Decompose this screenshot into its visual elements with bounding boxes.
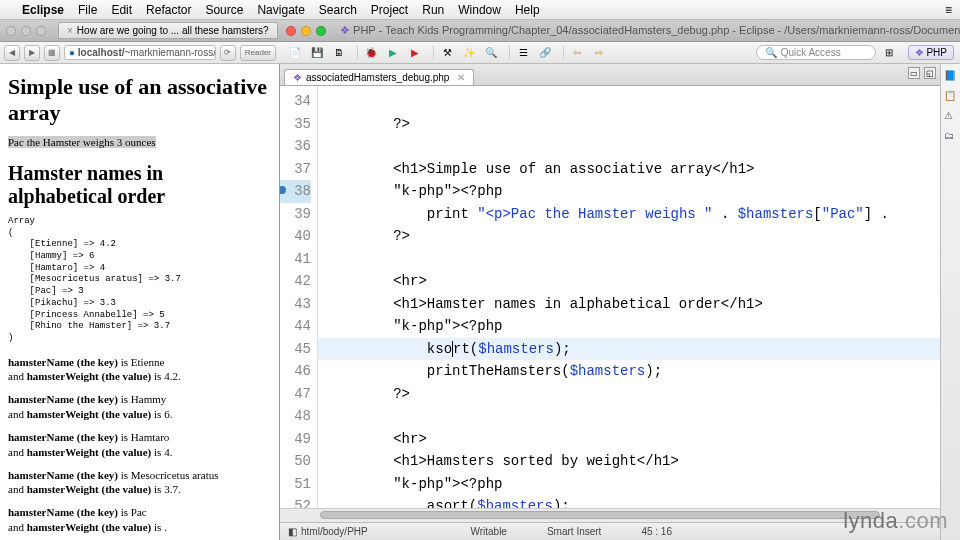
traffic-close-icon[interactable] — [286, 26, 296, 36]
breadcrumb[interactable]: ◧ html/body/PHP — [288, 526, 368, 537]
save-icon[interactable]: 💾 — [308, 44, 326, 62]
code-line[interactable]: printTheHamsters($hamsters); — [326, 360, 940, 383]
editor-tab-label: associatedHamsters_debug.php — [306, 72, 449, 83]
editor-tabs: ❖ associatedHamsters_debug.php ✕ ▭ ◱ — [280, 64, 940, 86]
open-perspective-icon[interactable]: ⊞ — [880, 44, 898, 62]
menu-help[interactable]: Help — [515, 3, 540, 17]
tab-close-icon[interactable]: ✕ — [457, 72, 465, 83]
code-line[interactable]: print "<p>Pac the Hamster weighs " . $ha… — [326, 203, 940, 226]
tasks-view-icon[interactable]: 📋 — [944, 90, 958, 104]
save-all-icon[interactable]: 🗎 — [330, 44, 348, 62]
safari-traffic-lights — [0, 26, 52, 36]
quick-access-field[interactable]: 🔍Quick Access — [756, 45, 876, 60]
outline-icon[interactable]: ☰ — [514, 44, 532, 62]
minimize-view-icon[interactable]: ▭ — [908, 67, 920, 79]
menu-run[interactable]: Run — [422, 3, 444, 17]
browser-address-bar: ◀ ▶ ▦ ● localhost/~markniemann-ross/Exer… — [0, 45, 280, 61]
window-tabbar: × How are we going to ... all these hams… — [0, 20, 960, 42]
hamster-para: hamsterName (the key) is Hammyand hamste… — [8, 392, 271, 422]
hamster-para: hamsterName (the key) is Mesocricetus ar… — [8, 468, 271, 498]
traffic-zoom-icon[interactable] — [36, 26, 46, 36]
perspective-php[interactable]: ❖ PHP — [908, 45, 954, 60]
menu-window[interactable]: Window — [458, 3, 501, 17]
php-file-icon: ❖ — [293, 72, 302, 83]
url-field[interactable]: ● localhost/~markniemann-ross/Exercise%2 — [64, 45, 216, 60]
status-cursor-pos: 45 : 16 — [641, 526, 672, 537]
menu-edit[interactable]: Edit — [111, 3, 132, 17]
code-line[interactable] — [326, 405, 940, 428]
code-line[interactable] — [326, 135, 940, 158]
run-ext-icon[interactable]: ▶ — [406, 44, 424, 62]
editor-pane: ❖ associatedHamsters_debug.php ✕ ▭ ◱ 343… — [280, 64, 940, 540]
status-bar: ◧ html/body/PHP Writable Smart Insert 45… — [280, 522, 940, 540]
menu-project[interactable]: Project — [371, 3, 408, 17]
mac-menubar: Eclipse File Edit Refactor Source Naviga… — [0, 0, 960, 20]
outline-view-icon[interactable]: 📘 — [944, 70, 958, 84]
status-writable: Writable — [470, 526, 507, 537]
nav-fwd-icon[interactable]: ▶ — [24, 45, 40, 61]
code-body[interactable]: ?> <h1>Simple use of an associative arra… — [318, 86, 940, 508]
problems-view-icon[interactable]: ⚠ — [944, 110, 958, 124]
code-line[interactable]: "k-php"><?php — [326, 180, 940, 203]
menu-app[interactable]: Eclipse — [22, 3, 64, 17]
page-h1: Simple use of an associative array — [8, 74, 271, 126]
tab-close-icon[interactable]: × — [67, 25, 73, 36]
code-line[interactable]: "k-php"><?php — [326, 473, 940, 496]
code-line[interactable]: <hr> — [326, 270, 940, 293]
reader-button[interactable]: Reader — [240, 45, 276, 61]
traffic-zoom-icon[interactable] — [316, 26, 326, 36]
horizontal-scrollbar[interactable] — [280, 508, 940, 522]
code-line[interactable]: "k-php"><?php — [326, 315, 940, 338]
page-p1: Pac the Hamster weighs 3 ounces — [8, 136, 156, 148]
workspace: Simple use of an associative array Pac t… — [0, 64, 960, 540]
page-h2: Hamster names in alphabetical order — [8, 162, 271, 208]
menu-refactor[interactable]: Refactor — [146, 3, 191, 17]
code-line[interactable] — [326, 248, 940, 271]
nav-back-hist-icon[interactable]: ⇦ — [568, 44, 586, 62]
build-icon[interactable]: ⚒ — [438, 44, 456, 62]
maximize-view-icon[interactable]: ◱ — [924, 67, 936, 79]
code-line[interactable]: ksort($hamsters); — [326, 338, 940, 361]
toolbar-row: ◀ ▶ ▦ ● localhost/~markniemann-ross/Exer… — [0, 42, 960, 64]
search-icon: 🔍 — [765, 47, 777, 58]
wand-icon[interactable]: ✨ — [460, 44, 478, 62]
link-icon[interactable]: 🔗 — [536, 44, 554, 62]
code-line[interactable]: <h1>Hamsters sorted by weight</h1> — [326, 450, 940, 473]
scrollbar-thumb[interactable] — [320, 511, 880, 519]
code-line[interactable]: <h1>Simple use of an associative array</… — [326, 158, 940, 181]
code-line[interactable]: <hr> — [326, 428, 940, 451]
code-line[interactable]: ?> — [326, 225, 940, 248]
browser-tab[interactable]: × How are we going to ... all these hams… — [58, 22, 278, 39]
menu-file[interactable]: File — [78, 3, 97, 17]
traffic-min-icon[interactable] — [21, 26, 31, 36]
nav-back-icon[interactable]: ◀ — [4, 45, 20, 61]
traffic-close-icon[interactable] — [6, 26, 16, 36]
search-icon[interactable]: 🔍 — [482, 44, 500, 62]
menu-search[interactable]: Search — [319, 3, 357, 17]
line-gutter[interactable]: 3435363738394041424344454647484950515253… — [280, 86, 318, 508]
nav-fwd-hist-icon[interactable]: ⇨ — [590, 44, 608, 62]
traffic-min-icon[interactable] — [301, 26, 311, 36]
code-line[interactable]: asort($hamsters); — [326, 495, 940, 508]
code-line[interactable]: <h1>Hamster names in alphabetical order<… — [326, 293, 940, 316]
code-line[interactable] — [326, 90, 940, 113]
new-icon[interactable]: 📄 — [286, 44, 304, 62]
menu-source[interactable]: Source — [205, 3, 243, 17]
debug-icon[interactable]: 🐞 — [362, 44, 380, 62]
page-pre: Array ( [Etienne] => 4.2 [Hammy] => 6 [H… — [8, 216, 271, 345]
menu-navigate[interactable]: Navigate — [257, 3, 304, 17]
hamster-para: hamsterName (the key) is Hamtaroand hams… — [8, 430, 271, 460]
menu-extras-icon[interactable]: ≡ — [945, 3, 952, 17]
run-icon[interactable]: ▶ — [384, 44, 402, 62]
eclipse-window-title: ❖ PHP - Teach Kids Programming/Chapter_0… — [332, 24, 960, 37]
code-line[interactable]: ?> — [326, 113, 940, 136]
reload-icon[interactable]: ⟳ — [220, 45, 236, 61]
bookmarks-icon[interactable]: ▦ — [44, 45, 60, 61]
eclipse-toolbar: 📄 💾 🗎 🐞 ▶ ▶ ⚒ ✨ 🔍 ☰ 🔗 ⇦ ⇨ 🔍Quick Access … — [280, 44, 960, 62]
vars-view-icon[interactable]: 🗂 — [944, 130, 958, 144]
code-area[interactable]: 3435363738394041424344454647484950515253… — [280, 86, 940, 508]
code-line[interactable]: ?> — [326, 383, 940, 406]
editor-tab[interactable]: ❖ associatedHamsters_debug.php ✕ — [284, 69, 474, 85]
hamster-para: hamsterName (the key) is Etienneand hams… — [8, 355, 271, 385]
breadcrumb-icon: ◧ — [288, 526, 297, 537]
